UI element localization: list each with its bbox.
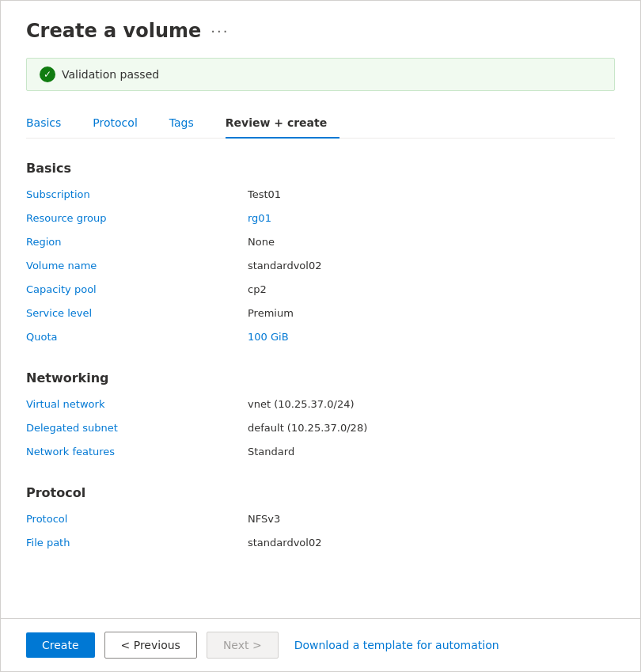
field-label-resource-group: Resource group <box>26 212 248 230</box>
field-virtual-network: Virtual network vnet (10.25.37.0/24) <box>26 398 615 416</box>
field-volume-name: Volume name standardvol02 <box>26 260 615 277</box>
field-label-subscription: Subscription <box>26 188 248 206</box>
field-label-region: Region <box>26 236 248 253</box>
basics-section-title: Basics <box>26 161 615 176</box>
tab-bar: Basics Protocol Tags Review + create <box>26 110 615 139</box>
field-value-delegated-subnet: default (10.25.37.0/28) <box>248 422 615 439</box>
footer: Create < Previous Next > Download a temp… <box>1 618 640 671</box>
basics-section: Basics Subscription Test01 Resource grou… <box>26 161 615 348</box>
download-template-link[interactable]: Download a template for automation <box>294 639 499 651</box>
protocol-section-title: Protocol <box>26 485 615 500</box>
field-network-features: Network features Standard <box>26 446 615 463</box>
field-value-subscription: Test01 <box>248 188 615 206</box>
field-label-service-level: Service level <box>26 307 248 325</box>
protocol-section: Protocol Protocol NFSv3 File path standa… <box>26 485 615 554</box>
field-value-region: None <box>248 236 615 253</box>
field-value-resource-group[interactable]: rg01 <box>248 212 615 230</box>
field-label-protocol: Protocol <box>26 513 248 530</box>
field-value-protocol: NFSv3 <box>248 513 615 530</box>
field-region: Region None <box>26 236 615 253</box>
field-protocol: Protocol NFSv3 <box>26 513 615 530</box>
field-capacity-pool: Capacity pool cp2 <box>26 283 615 301</box>
field-subscription: Subscription Test01 <box>26 188 615 206</box>
field-quota: Quota 100 GiB <box>26 331 615 348</box>
field-label-virtual-network: Virtual network <box>26 398 248 416</box>
field-service-level: Service level Premium <box>26 307 615 325</box>
previous-button[interactable]: < Previous <box>104 632 197 659</box>
field-delegated-subnet: Delegated subnet default (10.25.37.0/28) <box>26 422 615 439</box>
field-value-network-features: Standard <box>248 446 615 463</box>
field-value-virtual-network: vnet (10.25.37.0/24) <box>248 398 615 416</box>
field-label-network-features: Network features <box>26 446 248 463</box>
field-value-volume-name: standardvol02 <box>248 260 615 277</box>
create-button[interactable]: Create <box>26 632 95 658</box>
field-value-quota[interactable]: 100 GiB <box>248 331 615 348</box>
field-label-volume-name: Volume name <box>26 260 248 277</box>
check-icon <box>40 66 55 82</box>
field-file-path: File path standardvol02 <box>26 537 615 554</box>
field-value-file-path: standardvol02 <box>248 537 615 554</box>
validation-banner: Validation passed <box>26 58 615 91</box>
page-title: Create a volume <box>26 20 201 42</box>
tab-basics[interactable]: Basics <box>26 110 74 139</box>
networking-section: Networking Virtual network vnet (10.25.3… <box>26 370 615 463</box>
field-value-capacity-pool: cp2 <box>248 283 615 301</box>
tab-tags[interactable]: Tags <box>169 110 207 139</box>
field-label-quota: Quota <box>26 331 248 348</box>
more-options-icon[interactable]: ··· <box>211 23 229 40</box>
field-resource-group: Resource group rg01 <box>26 212 615 230</box>
validation-text: Validation passed <box>62 68 159 81</box>
networking-section-title: Networking <box>26 370 615 385</box>
field-label-delegated-subnet: Delegated subnet <box>26 422 248 439</box>
tab-review-create[interactable]: Review + create <box>226 110 339 139</box>
tab-protocol[interactable]: Protocol <box>93 110 150 139</box>
field-label-file-path: File path <box>26 537 248 554</box>
field-value-service-level: Premium <box>248 307 615 325</box>
next-button: Next > <box>207 632 279 659</box>
field-label-capacity-pool: Capacity pool <box>26 283 248 301</box>
